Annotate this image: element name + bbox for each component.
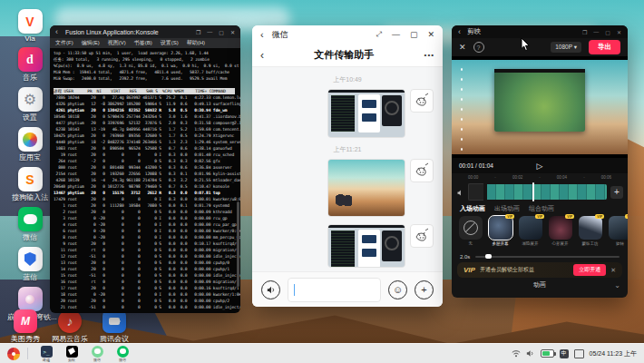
restore-button[interactable]: ❐: [582, 29, 587, 35]
vip-subscribe-button[interactable]: 立即开通: [573, 264, 606, 276]
effect-多层开幕[interactable]: VIP多层开幕: [488, 216, 512, 252]
back-icon[interactable]: ‹: [260, 29, 264, 40]
avatar[interactable]: [410, 224, 434, 248]
input-method-icon[interactable]: 中: [560, 349, 569, 358]
back-icon[interactable]: ‹: [458, 27, 461, 36]
effect-label: 渐隐展开: [518, 241, 542, 246]
launcher-icon[interactable]: [7, 348, 20, 360]
more-icon[interactable]: •••: [424, 51, 434, 59]
minimize-button[interactable]: —: [392, 30, 400, 39]
desktop-icon-label: 设置: [7, 113, 53, 123]
clip-cover[interactable]: [468, 183, 483, 201]
close-project-icon[interactable]: ✕: [459, 43, 466, 52]
menu-item[interactable]: 文件(F): [55, 39, 73, 47]
effect-旋转[interactable]: VIP旋转: [608, 216, 628, 252]
duration-slider[interactable]: [475, 256, 620, 258]
sent-image-screenshot[interactable]: [327, 89, 405, 138]
desktop-icon-netease[interactable]: ♪网易云音乐: [52, 309, 88, 344]
effect-渐隐展开[interactable]: VIP渐隐展开: [518, 216, 542, 252]
screenshot-tool-icon[interactable]: [574, 349, 584, 358]
desktop-icon-settings[interactable]: ⚙设置: [7, 87, 53, 123]
playback-time: 00:01 / 01:04: [459, 162, 493, 169]
via-icon: V: [18, 9, 43, 34]
resolution-dropdown[interactable]: 1080P ▾: [551, 42, 581, 53]
desktop-icon-sogou[interactable]: S搜狗输入法: [7, 167, 53, 202]
process-row: 17 root 20 0 0 0 0 S 0.0 0.0 0:00.16 kso…: [54, 285, 240, 291]
desktop-icon-wechat[interactable]: 微信: [7, 207, 53, 242]
wifi-icon[interactable]: [512, 349, 521, 358]
effect-心形展开[interactable]: VIP心形展开: [548, 216, 572, 252]
emoji-icon[interactable]: ☺: [388, 280, 407, 299]
menu-item[interactable]: 编辑(E): [82, 39, 100, 47]
close-button[interactable]: ✕: [617, 29, 621, 35]
minimize-button[interactable]: —: [207, 29, 212, 35]
desktop-icon-meitu[interactable]: M美图秀秀: [7, 309, 44, 344]
back-icon[interactable]: ‹: [55, 27, 58, 36]
system-tray: 中 05/24 11:23 上午: [512, 349, 637, 358]
lanxin-glyph: [24, 252, 36, 266]
tab-入场动画[interactable]: 入场动画: [460, 204, 485, 213]
restore-button[interactable]: ⤢: [376, 30, 382, 39]
mute-icon[interactable]: [456, 184, 464, 201]
tab-出场动画[interactable]: 出场动画: [494, 204, 520, 213]
jianying-titlebar[interactable]: ‹ 剪映 ❐ — ▢ ✕: [452, 25, 628, 38]
vip-badge: VIP: [625, 214, 628, 219]
playback-controls: 00:01 / 01:04 ▷: [452, 158, 628, 173]
taskbar-app-wc2[interactable]: 微信: [112, 346, 132, 362]
avatar[interactable]: [410, 159, 434, 182]
maximize-button[interactable]: ▢: [410, 30, 418, 39]
desktop-icon-via[interactable]: VVia: [7, 9, 53, 43]
taskbar-app-konsole[interactable]: >_终端: [36, 346, 56, 362]
battery-icon[interactable]: [541, 349, 554, 358]
restore-button[interactable]: ❐: [196, 29, 200, 35]
tab-组合动画[interactable]: 组合动画: [529, 204, 554, 213]
taskbar-clock[interactable]: 05/24 11:23 上午: [590, 349, 637, 358]
help-icon[interactable]: ?: [473, 42, 484, 53]
text-caret: [294, 284, 295, 296]
konsole-titlebar[interactable]: ‹ Fusion Linux Application:Konsole ❐ — ▢…: [50, 25, 240, 38]
ruler-tick: -: [567, 175, 601, 180]
voice-icon[interactable]: [261, 280, 280, 299]
slider-handle[interactable]: [485, 254, 492, 259]
desktop-icon-lanxin[interactable]: 蓝信: [7, 247, 53, 282]
wechat-titlebar[interactable]: ‹ 微信 ⤢ — ▢ ✕: [252, 25, 443, 44]
video-preview[interactable]: [452, 56, 628, 158]
terminal-output[interactable]: top - 11:33:50 up 51 min, 1 user, load a…: [50, 48, 240, 313]
menu-item[interactable]: 书签(B): [134, 39, 152, 47]
process-row: 13 root 20 0 0 0 0 S 0.0 0.0 0:00.00 cpu…: [54, 260, 240, 266]
menu-item[interactable]: 设置(S): [161, 39, 179, 47]
message-input[interactable]: [288, 278, 381, 302]
playhead[interactable]: [532, 182, 534, 201]
maximize-button[interactable]: ▢: [605, 29, 610, 35]
scrollbar[interactable]: [237, 201, 239, 286]
avatar[interactable]: [410, 89, 434, 113]
close-button[interactable]: ✕: [427, 30, 434, 39]
export-button[interactable]: 导出: [589, 40, 620, 54]
volume-icon[interactable]: [526, 349, 535, 358]
effect-蒙版工坊[interactable]: VIP蒙版工坊: [578, 216, 602, 252]
add-clip-button[interactable]: +: [610, 186, 623, 199]
menu-item[interactable]: 帮助(H): [187, 39, 205, 47]
sent-image-wallpaper[interactable]: [327, 159, 405, 217]
minimize-button[interactable]: —: [593, 29, 599, 35]
play-button[interactable]: ▷: [537, 162, 543, 171]
taskbar-app-jy[interactable]: 剪映: [62, 346, 82, 362]
desktop-icon-music[interactable]: d音乐: [7, 47, 53, 83]
timeline-track[interactable]: +: [452, 182, 628, 202]
plus-icon[interactable]: +: [415, 280, 434, 299]
close-button[interactable]: ✕: [230, 29, 235, 35]
collapse-icon[interactable]: ⌄: [614, 281, 620, 289]
close-icon[interactable]: ✕: [610, 267, 616, 274]
sent-image-screenshot[interactable]: [327, 224, 405, 268]
menu-item[interactable]: 视图(V): [108, 39, 126, 47]
jianying-window: ‹ 剪映 ❐ — ▢ ✕ ✕ ? 1080P ▾ 导出 00:01 / 01:0…: [452, 25, 628, 298]
desktop-icon-appstore[interactable]: 应用宝: [7, 127, 53, 162]
video-clip[interactable]: [487, 184, 607, 200]
maximize-button[interactable]: ▢: [219, 29, 224, 35]
process-row: 18 root 0 -20 0 0 0 I 0.0 0.0 0:00.00 kw…: [54, 291, 240, 298]
chat-message-list[interactable]: 上午10:49 上午11:21: [252, 67, 443, 271]
process-row: 2154 root 20 0 193260 22656 12088 S 0.3 …: [54, 171, 240, 177]
taskbar-app-wc1[interactable]: 微信: [87, 346, 107, 362]
effect-无[interactable]: 无: [458, 216, 483, 252]
desktop-icon-meeting[interactable]: 腾讯会议: [96, 309, 132, 344]
